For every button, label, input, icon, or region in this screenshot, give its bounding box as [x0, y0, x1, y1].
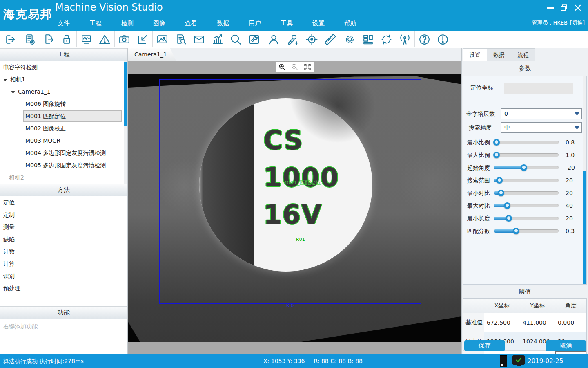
expand-arrow-icon[interactable]: [3, 79, 7, 81]
toolbar-button-exit[interactable]: [1, 31, 20, 47]
slider-track[interactable]: [494, 166, 559, 169]
toolbar-button-ruler[interactable]: [321, 31, 339, 47]
viewer-tab-camera1-1[interactable]: Camera1_1: [128, 48, 176, 61]
method-item-measure[interactable]: 测量: [0, 221, 127, 233]
toolbar-button-user[interactable]: [265, 31, 283, 47]
slider-track[interactable]: [494, 141, 559, 144]
close-button[interactable]: [571, 2, 585, 13]
params-scrollbar-thumb[interactable]: [583, 171, 586, 284]
toolbar-button-key-add[interactable]: [283, 31, 301, 47]
slider-track[interactable]: [494, 179, 559, 182]
slider-track[interactable]: [494, 191, 559, 195]
menu-item-settings[interactable]: 设置: [304, 16, 333, 31]
tree-item-camera1-1[interactable]: Camera1_1: [0, 85, 127, 98]
toolbar-button-image[interactable]: [153, 31, 172, 47]
menu-item-tools[interactable]: 工具: [272, 16, 301, 31]
method-item-recognize[interactable]: 识别: [0, 270, 127, 282]
functions-area[interactable]: 右键添加功能: [0, 319, 127, 358]
toolbar-button-lock[interactable]: [58, 31, 76, 47]
menu-item-image[interactable]: 图像: [145, 16, 174, 31]
slider-thumb[interactable]: [493, 139, 500, 146]
toolbar-button-search[interactable]: [227, 31, 245, 47]
params-scrollbar[interactable]: [583, 76, 586, 284]
tree-scrollbar[interactable]: [124, 61, 127, 184]
toolbar-button-sync[interactable]: [377, 31, 396, 47]
tree-item-camera2[interactable]: 相机2: [0, 171, 127, 184]
restore-button[interactable]: [557, 2, 571, 13]
slider-thumb[interactable]: [493, 152, 500, 158]
menu-item-file[interactable]: 文件: [49, 16, 78, 31]
method-item-defect[interactable]: 缺陷: [0, 233, 127, 245]
slider-track[interactable]: [494, 229, 559, 233]
slider-thumb[interactable]: [496, 177, 503, 184]
slider-track[interactable]: [494, 217, 559, 220]
server-status-icon[interactable]: [500, 355, 507, 367]
toolbar-button-import[interactable]: [134, 31, 152, 47]
toolbar-button-target[interactable]: [303, 31, 321, 47]
method-item-count[interactable]: 计数: [0, 245, 127, 258]
tree-item-m004[interactable]: M004 多边形固定灰度污渍检测: [0, 147, 127, 159]
tab-data[interactable]: 数据: [487, 48, 511, 61]
switch-user-link[interactable]: [切换]: [570, 20, 585, 26]
zoom-in-icon[interactable]: [278, 63, 286, 71]
tree-item-project-root[interactable]: 电容字符检测: [0, 61, 127, 73]
toolbar-button-statistics[interactable]: [208, 31, 227, 47]
method-item-preprocess[interactable]: 预处理: [0, 282, 127, 294]
menu-item-help[interactable]: 帮助: [336, 16, 365, 31]
tree-item-m005[interactable]: M005 多边形固定灰度污渍检测: [0, 159, 127, 171]
toolbar-button-export-document[interactable]: [39, 31, 58, 47]
method-item-locate[interactable]: 定位: [0, 196, 127, 209]
tree-item-m001-selected[interactable]: M001 匹配定位: [0, 110, 127, 122]
search-roi-rectangle[interactable]: [159, 79, 421, 304]
menu-item-user[interactable]: 用户: [240, 16, 270, 31]
slider-value: 20: [566, 175, 573, 185]
tree-item-camera1[interactable]: 相机1: [0, 73, 127, 85]
tab-settings[interactable]: 设置: [463, 48, 487, 61]
expand-arrow-icon[interactable]: [11, 91, 15, 94]
toolbar-button-about[interactable]: [434, 31, 452, 47]
monitor-check-icon[interactable]: [512, 355, 525, 365]
menu-item-project[interactable]: 工程: [81, 16, 110, 31]
locate-coord-input[interactable]: [504, 83, 573, 94]
toolbar-button-help[interactable]: [415, 31, 434, 47]
slider-track[interactable]: [494, 153, 559, 157]
slider-value: 40: [566, 201, 573, 211]
slider-thumb[interactable]: [513, 228, 519, 234]
minimize-button[interactable]: [543, 2, 557, 13]
tree-scrollbar-thumb[interactable]: [124, 62, 127, 126]
pyramid-dropdown[interactable]: 0: [501, 108, 582, 119]
table-cell[interactable]: 672.500: [484, 313, 520, 332]
toolbar-button-camera[interactable]: [115, 31, 134, 47]
slider-thumb[interactable]: [506, 215, 512, 222]
toolbar-button-toolbox[interactable]: [245, 31, 263, 47]
toolbar-button-broadcast[interactable]: [396, 31, 414, 47]
tree-item-m002[interactable]: M002 图像校正: [0, 122, 127, 135]
fit-screen-icon[interactable]: [303, 63, 312, 71]
table-cell[interactable]: 411.000: [520, 313, 555, 332]
slider-thumb[interactable]: [498, 190, 504, 196]
slider-thumb[interactable]: [521, 164, 527, 171]
toolbar-button-warning[interactable]: [96, 31, 114, 47]
toolbar-button-script-settings[interactable]: [21, 31, 39, 47]
precision-dropdown[interactable]: 中: [501, 122, 582, 133]
toolbar-button-mail[interactable]: [190, 31, 208, 47]
toolbar-button-layout[interactable]: [359, 31, 377, 47]
camera-image-canvas[interactable]: CS 1000 16V M001_匹配定位 R01 R02: [128, 74, 461, 342]
slider-thumb[interactable]: [504, 202, 510, 209]
zoom-out-icon[interactable]: [291, 63, 299, 71]
menu-item-detect[interactable]: 检测: [113, 16, 142, 31]
slider-track[interactable]: [494, 204, 559, 207]
save-button[interactable]: 保存: [464, 340, 505, 351]
toolbar-button-settings-gear[interactable]: [341, 31, 359, 47]
method-item-calculate[interactable]: 计算: [0, 258, 127, 270]
toolbar-button-monitor[interactable]: [77, 31, 96, 47]
table-cell[interactable]: 0.000: [555, 313, 586, 332]
tree-item-m006[interactable]: M006 图像旋转: [0, 98, 127, 110]
menu-item-view[interactable]: 查看: [176, 16, 206, 31]
cancel-button[interactable]: 取消: [546, 340, 586, 351]
tab-flow[interactable]: 流程: [511, 48, 535, 61]
menu-item-data[interactable]: 数据: [208, 16, 238, 31]
toolbar-button-document-search[interactable]: [172, 31, 190, 47]
tree-item-m003[interactable]: M003 MOCR: [0, 135, 127, 147]
method-item-custom[interactable]: 定制: [0, 209, 127, 221]
